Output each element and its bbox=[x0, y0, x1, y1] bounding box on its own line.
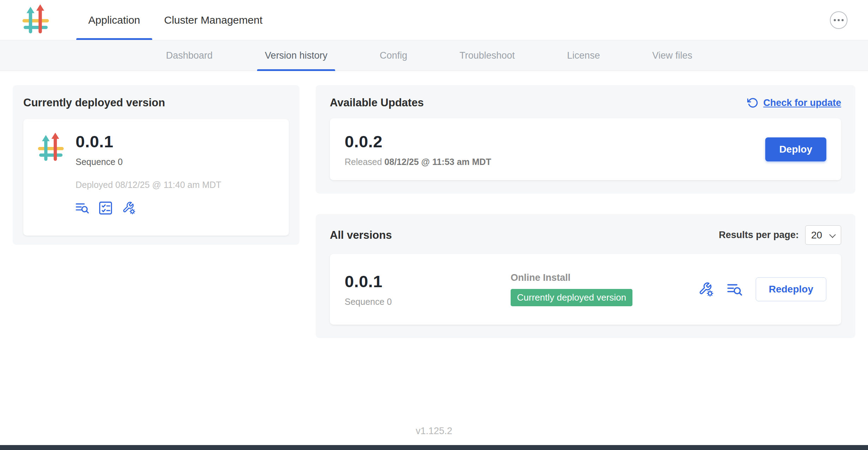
main-content: Currently deployed version 0.0.1 Sequenc… bbox=[0, 71, 868, 338]
subnav-item-dashboard[interactable]: Dashboard bbox=[158, 40, 220, 71]
tab-application-label: Application bbox=[88, 14, 140, 26]
row-version-number: 0.0.1 bbox=[345, 272, 511, 291]
header-tabs: Application Cluster Management bbox=[76, 0, 274, 40]
subnav-item-troubleshoot[interactable]: Troubleshoot bbox=[452, 40, 523, 71]
app-logo-icon bbox=[20, 3, 51, 37]
update-row: 0.0.2 Released 08/12/25 @ 11:53 am MDT D… bbox=[330, 118, 841, 180]
subnav-item-view-files[interactable]: View files bbox=[644, 40, 700, 71]
row-actions: Redeploy bbox=[698, 277, 826, 301]
deployed-version-info: 0.0.1 Sequence 0 Deployed 08/12/25 @ 11:… bbox=[76, 132, 221, 223]
row-sequence: Sequence 0 bbox=[345, 297, 511, 307]
currently-deployed-title: Currently deployed version bbox=[23, 96, 289, 109]
subnav: Dashboard Version history Config Trouble… bbox=[0, 40, 868, 71]
subnav-item-config[interactable]: Config bbox=[372, 40, 415, 71]
check-for-update-link[interactable]: Check for update bbox=[747, 97, 841, 108]
row-version-info: 0.0.1 Sequence 0 bbox=[345, 272, 511, 307]
release-notes-icon[interactable] bbox=[76, 201, 89, 215]
app-logo-icon bbox=[20, 3, 51, 37]
all-versions-header: All versions Results per page: 20 bbox=[330, 225, 841, 245]
update-version-number: 0.0.2 bbox=[345, 132, 491, 151]
release-notes-icon[interactable] bbox=[727, 282, 742, 297]
version-row: 0.0.1 Sequence 0 Online Install Currentl… bbox=[330, 254, 841, 325]
released-date: 08/12/25 @ 11:53 am MDT bbox=[385, 157, 491, 167]
kots-admin-page: Application Cluster Management Dashboard… bbox=[0, 0, 868, 450]
released-timestamp: Released 08/12/25 @ 11:53 am MDT bbox=[345, 157, 491, 167]
console-version-label: v1.125.2 bbox=[0, 426, 868, 437]
deployed-action-icons bbox=[76, 201, 221, 215]
deploy-button[interactable]: Deploy bbox=[765, 137, 826, 161]
tab-application[interactable]: Application bbox=[76, 0, 152, 40]
install-type-label: Online Install bbox=[511, 272, 698, 283]
subnav-item-version-history[interactable]: Version history bbox=[257, 40, 335, 71]
check-for-update-label: Check for update bbox=[763, 97, 841, 108]
overflow-menu-button[interactable] bbox=[830, 11, 848, 29]
app-logo-icon bbox=[36, 132, 66, 223]
refresh-icon bbox=[747, 97, 759, 108]
available-updates-header: Available Updates Check for update bbox=[330, 96, 841, 109]
available-updates-card: Available Updates Check for update 0.0.2… bbox=[316, 85, 855, 194]
available-updates-title: Available Updates bbox=[330, 96, 424, 109]
footer-bar bbox=[0, 445, 868, 450]
edit-config-icon[interactable] bbox=[122, 201, 136, 215]
row-install-info: Online Install Currently deployed versio… bbox=[511, 272, 698, 306]
update-info: 0.0.2 Released 08/12/25 @ 11:53 am MDT bbox=[345, 132, 491, 167]
all-versions-card: All versions Results per page: 20 0.0.1 … bbox=[316, 214, 855, 338]
results-per-page-select-wrap: 20 bbox=[805, 225, 841, 245]
deployed-version-card: 0.0.1 Sequence 0 Deployed 08/12/25 @ 11:… bbox=[23, 119, 289, 236]
tab-cluster-management[interactable]: Cluster Management bbox=[152, 0, 274, 40]
results-per-page: Results per page: 20 bbox=[719, 225, 841, 245]
redeploy-button[interactable]: Redeploy bbox=[756, 277, 826, 301]
deployed-version-number: 0.0.1 bbox=[76, 132, 221, 151]
edit-config-icon[interactable] bbox=[698, 282, 714, 297]
deployed-sequence: Sequence 0 bbox=[76, 157, 221, 167]
app-header: Application Cluster Management bbox=[0, 0, 868, 40]
right-column: Available Updates Check for update 0.0.2… bbox=[316, 85, 855, 338]
tab-cluster-management-label: Cluster Management bbox=[164, 14, 262, 26]
currently-deployed-card: Currently deployed version 0.0.1 Sequenc… bbox=[13, 85, 299, 245]
ellipsis-icon bbox=[834, 19, 836, 21]
currently-deployed-badge: Currently deployed version bbox=[511, 289, 632, 306]
subnav-item-license[interactable]: License bbox=[559, 40, 608, 71]
results-per-page-label: Results per page: bbox=[719, 230, 799, 241]
deployed-timestamp: Deployed 08/12/25 @ 11:40 am MDT bbox=[76, 180, 221, 190]
results-per-page-select[interactable]: 20 bbox=[805, 225, 841, 245]
released-label: Released bbox=[345, 157, 382, 167]
preflight-checks-icon[interactable] bbox=[99, 201, 112, 215]
all-versions-title: All versions bbox=[330, 229, 392, 242]
